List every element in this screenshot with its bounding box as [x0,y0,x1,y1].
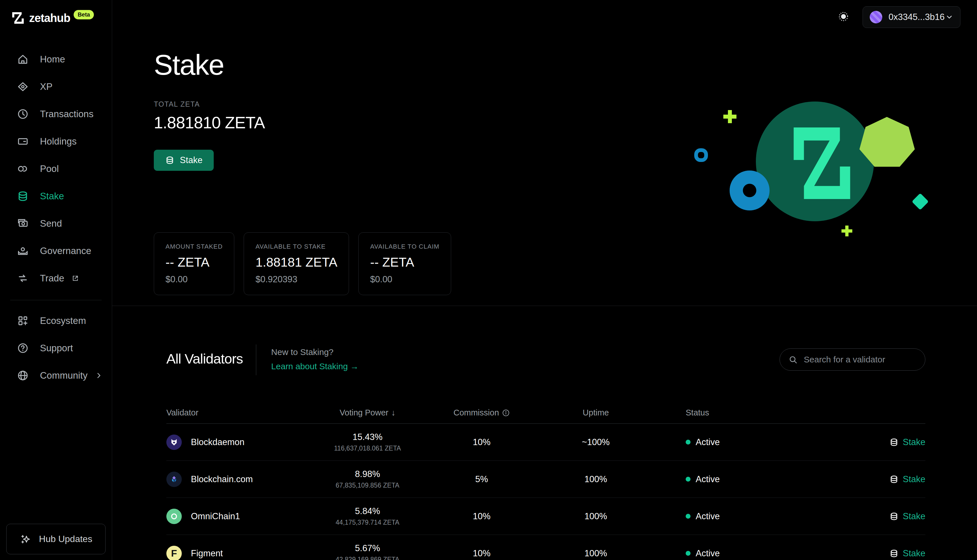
sidebar-item-stake[interactable]: Stake [0,182,112,210]
sidebar-item-home[interactable]: Home [0,46,112,73]
sidebar-item-label: Holdings [40,136,77,147]
trade-icon [17,272,29,285]
staking-help: New to Staking? Learn about Staking → [271,345,359,371]
stake-hero: Stake TOTAL ZETA 1.881810 ZETA Stake AMO… [112,0,977,295]
stake-button[interactable]: Stake [154,150,214,171]
voting-power-pct: 8.98% [326,469,409,479]
stake-action-link[interactable]: Stake [808,474,925,485]
sidebar-item-xp[interactable]: XP [0,73,112,100]
wallet-avatar [870,11,882,23]
sidebar-item-label: XP [40,81,52,92]
uptime-value: 100% [554,474,637,485]
stat-usd: $0.00 [165,274,222,285]
ecosystem-icon [17,315,29,327]
sidebar-item-label: Transactions [40,108,94,120]
commission-value: 10% [409,437,554,447]
wallet-account-button[interactable]: 0x3345...3b16 [863,6,960,28]
chevron-right-icon [95,372,102,379]
stake-stat-cards: AMOUNT STAKED -- ZETA $0.00 AVAILABLE TO… [154,232,977,295]
validator-avatar [166,509,182,524]
sidebar-item-governance[interactable]: Governance [0,237,112,265]
uptime-value: ~100% [554,437,637,447]
col-voting-power[interactable]: Voting Power↓ [326,408,409,417]
figment-logo-letter: F [171,548,177,559]
sidebar-item-pool[interactable]: Pool [0,155,112,182]
sidebar: zetahub Beta Home XP Transactions Holdin… [0,0,112,560]
col-commission: Commission [409,408,554,417]
omnichain-logo-icon [169,512,179,521]
stake-action-link[interactable]: Stake [808,548,925,558]
stat-usd: $0.920393 [256,274,337,285]
stat-card-available-to-stake: AVAILABLE TO STAKE 1.88181 ZETA $0.92039… [244,232,349,295]
status-label: Active [696,511,720,522]
brand-name: zetahub [29,12,70,25]
search-input[interactable] [804,355,917,364]
col-commission-label: Commission [453,408,499,417]
sidebar-divider [10,300,102,300]
coins-icon [889,548,899,558]
hub-updates-button[interactable]: Hub Updates [6,524,105,554]
stake-action-label: Stake [903,511,925,522]
stake-button-label: Stake [180,155,202,165]
brand-logo[interactable]: zetahub Beta [0,0,112,25]
info-icon[interactable] [502,409,510,417]
stat-label: AVAILABLE TO CLAIM [370,243,439,250]
sidebar-item-trade[interactable]: Trade [0,265,112,292]
send-icon [17,217,29,230]
sidebar-item-label: Trade [40,273,64,284]
validators-header: All Validators New to Staking? Learn abo… [166,345,925,375]
sidebar-item-support[interactable]: Support [0,335,112,362]
validator-row[interactable]: OmniChain1 5.84% 44,175,379.714 ZETA 10%… [166,498,925,535]
sidebar-item-label: Home [40,54,65,65]
commission-value: 10% [409,548,554,558]
sidebar-item-label: Pool [40,163,59,174]
status-dot [686,551,691,556]
coins-icon [165,155,175,165]
status-dot [686,514,691,519]
globe-icon [17,369,29,382]
blockchain-com-logo-icon [169,475,179,484]
voting-power-pct: 5.84% [326,506,409,517]
sidebar-item-holdings[interactable]: Holdings [0,128,112,155]
stake-action-link[interactable]: Stake [808,511,925,522]
sidebar-item-label: Governance [40,245,91,256]
validator-search[interactable] [780,348,925,371]
validator-avatar: F [166,546,182,560]
stake-action-link[interactable]: Stake [808,437,925,447]
total-zeta-label: TOTAL ZETA [154,100,977,108]
validator-row[interactable]: F Figment 5.67% 42,829,169.869 ZETA 10% … [166,535,925,560]
validator-avatar [166,472,182,487]
stake-action-label: Stake [903,474,925,485]
sidebar-item-send[interactable]: Send [0,210,112,237]
main-content: Stake TOTAL ZETA 1.881810 ZETA Stake AMO… [112,0,977,560]
validators-table-header: Validator Voting Power↓ Commission Uptim… [166,402,925,424]
voting-power-zeta: 42,829,169.869 ZETA [326,556,409,560]
sidebar-item-label: Ecosystem [40,315,86,326]
xp-diamond-icon [17,80,29,93]
stat-label: AMOUNT STAKED [165,243,222,250]
stake-action-label: Stake [903,548,925,558]
validator-name: OmniChain1 [191,511,240,522]
home-icon [17,53,29,66]
stake-action-label: Stake [903,437,925,447]
validator-row[interactable]: Blockdaemon 15.43% 116,637,018.061 ZETA … [166,424,925,461]
question-circle-icon [17,342,29,354]
col-voting-power-label: Voting Power [339,408,388,417]
coins-icon [889,512,899,521]
theme-toggle-sun-icon[interactable] [837,10,850,23]
sidebar-item-transactions[interactable]: Transactions [0,100,112,128]
validator-row[interactable]: Blockchain.com 8.98% 67,835,109.856 ZETA… [166,461,925,498]
pool-icon [17,163,29,175]
voting-power-zeta: 44,175,379.714 ZETA [326,519,409,527]
stat-card-available-to-claim: AVAILABLE TO CLAIM -- ZETA $0.00 [358,232,451,295]
coins-icon [889,475,899,484]
sidebar-item-label: Stake [40,191,64,202]
validator-name: Figment [191,548,223,558]
learn-about-staking-link[interactable]: Learn about Staking → [271,362,359,371]
status-label: Active [696,548,720,558]
sidebar-item-ecosystem[interactable]: Ecosystem [0,307,112,335]
col-status: Status [637,408,808,417]
sidebar-item-label: Community [40,370,88,381]
sidebar-item-community[interactable]: Community [0,362,112,389]
validator-avatar [166,435,182,450]
